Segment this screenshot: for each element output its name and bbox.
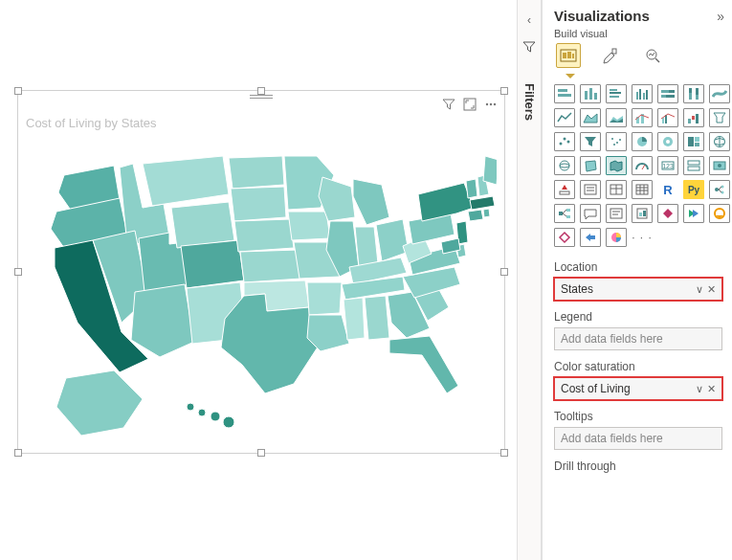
- chevron-down-icon[interactable]: ∨: [696, 283, 703, 296]
- viz-donut[interactable]: [657, 132, 678, 151]
- filters-pane-collapsed[interactable]: ‹ Filters: [517, 0, 542, 560]
- drag-handle-icon[interactable]: [250, 95, 273, 99]
- viz-multi-row-card[interactable]: [683, 156, 704, 175]
- format-visual-tab[interactable]: [598, 43, 623, 68]
- focus-mode-icon[interactable]: [462, 97, 477, 112]
- state-florida[interactable]: [389, 336, 458, 393]
- viz-python-visual[interactable]: Py: [683, 180, 704, 199]
- resize-handle[interactable]: [500, 449, 508, 457]
- viz-line-stacked-column[interactable]: [632, 108, 653, 127]
- state-north-dakota[interactable]: [229, 156, 284, 189]
- state-ohio[interactable]: [376, 219, 409, 261]
- viz-pie[interactable]: [632, 132, 653, 151]
- viz-azure-map[interactable]: [709, 156, 730, 175]
- viz-more-options[interactable]: · · ·: [632, 228, 653, 247]
- state-vermont[interactable]: [466, 179, 477, 198]
- chevron-down-icon[interactable]: ∨: [696, 383, 703, 395]
- tooltips-well[interactable]: Add data fields here: [554, 427, 722, 450]
- viz-custom-diamond[interactable]: [554, 228, 575, 247]
- state-colorado[interactable]: [181, 240, 244, 288]
- state-montana[interactable]: [143, 156, 229, 206]
- viz-100-stacked-bar[interactable]: [657, 84, 678, 103]
- viz-scatter[interactable]: [554, 132, 575, 151]
- viz-stacked-column[interactable]: [580, 84, 601, 103]
- viz-gauge[interactable]: [632, 156, 653, 175]
- state-wyoming[interactable]: [171, 202, 234, 248]
- viz-qna[interactable]: [580, 204, 601, 223]
- viz-stacked-area[interactable]: [606, 108, 627, 127]
- resize-handle[interactable]: [257, 449, 265, 457]
- state-south-dakota[interactable]: [231, 187, 286, 221]
- viz-line-clustered-column[interactable]: [657, 108, 678, 127]
- viz-clustered-column[interactable]: [632, 84, 653, 103]
- analytics-tab[interactable]: [640, 43, 665, 68]
- viz-filled-map[interactable]: [606, 156, 627, 175]
- filter-icon[interactable]: [441, 97, 456, 112]
- resize-handle[interactable]: [500, 268, 508, 276]
- viz-stacked-bar[interactable]: [554, 84, 575, 103]
- state-arkansas[interactable]: [307, 282, 342, 315]
- viz-tree-rect[interactable]: [683, 132, 704, 151]
- state-nebraska[interactable]: [234, 219, 294, 252]
- state-alaska[interactable]: [56, 370, 143, 436]
- viz-100-stacked-column[interactable]: [683, 84, 704, 103]
- viz-kpi[interactable]: [554, 180, 575, 199]
- svg-rect-19: [594, 93, 597, 100]
- collapse-pane-icon[interactable]: »: [717, 9, 722, 24]
- remove-field-icon[interactable]: ✕: [707, 383, 716, 395]
- viz-custom-pie2[interactable]: [606, 228, 627, 247]
- state-alabama[interactable]: [365, 296, 389, 340]
- viz-waterfall[interactable]: [683, 108, 704, 127]
- viz-custom-arrows[interactable]: [580, 228, 601, 247]
- viz-map[interactable]: [709, 132, 730, 151]
- state-connecticut[interactable]: [468, 210, 483, 221]
- viz-globe[interactable]: [554, 156, 575, 175]
- viz-power-apps[interactable]: [657, 204, 678, 223]
- viz-shape-map[interactable]: [580, 156, 601, 175]
- viz-card[interactable]: 123: [657, 156, 678, 175]
- state-iowa[interactable]: [288, 212, 330, 240]
- state-indiana[interactable]: [355, 227, 378, 267]
- viz-key-influencers[interactable]: [709, 180, 730, 199]
- viz-treemap[interactable]: [580, 132, 601, 151]
- state-mississippi[interactable]: [344, 298, 365, 340]
- state-michigan[interactable]: [353, 179, 389, 225]
- viz-clustered-bar[interactable]: [606, 84, 627, 103]
- state-kansas[interactable]: [240, 250, 301, 282]
- viz-scatter-dots[interactable]: [606, 132, 627, 151]
- resize-handle[interactable]: [14, 268, 22, 276]
- viz-area[interactable]: [580, 108, 601, 127]
- map-visual-container[interactable]: Cost of Living by States: [17, 90, 505, 454]
- viz-decomposition-tree[interactable]: [554, 204, 575, 223]
- state-arizona[interactable]: [131, 284, 194, 357]
- filled-map-chart[interactable]: [28, 139, 497, 445]
- color-saturation-well[interactable]: Cost of Living ∨✕: [554, 377, 722, 400]
- viz-paginated[interactable]: [632, 204, 653, 223]
- build-visual-tab[interactable]: [556, 43, 581, 68]
- state-maine[interactable]: [483, 156, 497, 185]
- state-hawaii[interactable]: [187, 403, 234, 428]
- viz-funnel[interactable]: [709, 108, 730, 127]
- viz-ribbon[interactable]: [709, 84, 730, 103]
- state-new-york[interactable]: [418, 183, 474, 221]
- viz-table[interactable]: [606, 180, 627, 199]
- viz-r-visual[interactable]: R: [657, 180, 678, 199]
- viz-smart-narrative[interactable]: [606, 204, 627, 223]
- viz-arcgis[interactable]: [709, 204, 730, 223]
- report-canvas[interactable]: Cost of Living by States: [0, 0, 517, 560]
- resize-handle[interactable]: [14, 87, 22, 95]
- remove-field-icon[interactable]: ✕: [707, 283, 716, 296]
- expand-filters-icon[interactable]: ‹: [527, 13, 531, 27]
- viz-slicer[interactable]: [580, 180, 601, 199]
- resize-handle[interactable]: [257, 87, 265, 95]
- more-options-icon[interactable]: [483, 97, 499, 112]
- resize-handle[interactable]: [500, 87, 508, 95]
- location-well[interactable]: States ∨✕: [554, 278, 722, 301]
- state-massachusetts[interactable]: [470, 196, 495, 210]
- legend-well[interactable]: Add data fields here: [554, 327, 722, 350]
- state-rhode-island[interactable]: [483, 209, 490, 217]
- viz-power-automate[interactable]: [683, 204, 704, 223]
- viz-line[interactable]: [554, 108, 575, 127]
- resize-handle[interactable]: [14, 449, 22, 457]
- viz-matrix[interactable]: [632, 180, 653, 199]
